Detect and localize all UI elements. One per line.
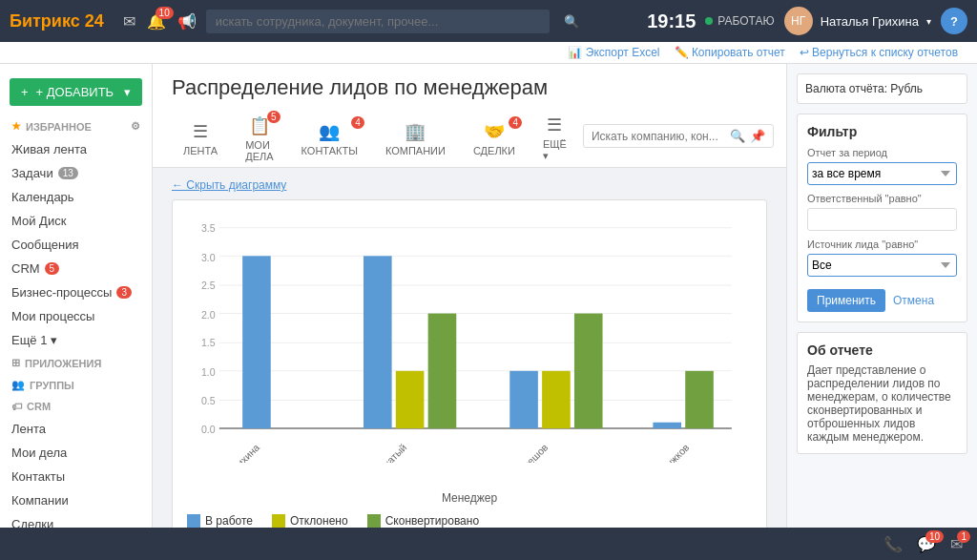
tab-deals[interactable]: 🤝 4 СДЕЛКИ — [462, 116, 527, 161]
top-header: Битрикс 24 ✉ 🔔 10 📢 🔍 19:15 РАБОТАЮ НГ Н… — [0, 0, 977, 42]
about-text: Дает представление о распределении лидов… — [807, 363, 957, 444]
bell-icon[interactable]: 📢 — [177, 12, 197, 31]
nav-search: 🔍 📌 — [583, 124, 774, 148]
pin-icon[interactable]: 📌 — [750, 129, 765, 143]
mail-icon[interactable]: ✉ 1 — [950, 535, 963, 553]
groups-label: ГРУППЫ — [30, 380, 74, 391]
header-time: 19:15 — [647, 10, 696, 32]
chart-container: 3.5 3.0 2.5 2.0 1.5 1.0 0.5 0.0 — [172, 199, 767, 543]
copy-report-label: Копировать отчет — [692, 46, 785, 59]
svg-text:1.5: 1.5 — [201, 337, 216, 348]
responsible-input[interactable] — [807, 208, 957, 231]
svg-text:Наталья Грихина: Наталья Грихина — [197, 442, 261, 463]
sidebar-item-bizproc[interactable]: Бизнес-процессы 3 — [0, 280, 152, 304]
bar-m2-converted — [428, 314, 457, 429]
main-layout: + + ДОБАВИТЬ ▾ ★ ИЗБРАННОЕ ⚙ Живая лента… — [0, 64, 977, 553]
bottom-bar: 📞 💬 10 ✉ 1 — [0, 528, 977, 553]
legend-label-converted: Сконвертировано — [385, 514, 479, 528]
more-icon: ☰ — [547, 114, 562, 135]
sidebar-item-messages[interactable]: Сообщения — [0, 233, 152, 257]
apps-section: ⊞ ПРИЛОЖЕНИЯ — [0, 352, 152, 374]
sidebar-item-more[interactable]: Ещё 1 ▾ — [0, 328, 152, 352]
deals-badge: 4 — [509, 116, 522, 129]
sidebar-item-tasks[interactable]: Задачи 13 — [0, 161, 152, 185]
source-label: Источник лида "равно" — [807, 239, 957, 250]
sidebar-item-label: Задачи — [11, 166, 53, 180]
user-info[interactable]: НГ Наталья Грихина ▾ — [784, 7, 931, 35]
logo-accent: 24 — [85, 11, 104, 31]
moidela-badge: 5 — [267, 111, 281, 123]
bar-m3-converted — [574, 314, 603, 429]
sidebar-item-label: Компании — [11, 493, 69, 508]
sidebar-item-label: Бизнес-процессы — [11, 285, 112, 300]
sidebar-item-crm-lenta[interactable]: Лента — [0, 417, 152, 441]
sidebar-item-label: Мой Диск — [11, 214, 66, 228]
sidebar-item-crm[interactable]: CRM 5 — [0, 257, 152, 280]
add-button[interactable]: + + ДОБАВИТЬ ▾ — [10, 78, 142, 106]
main-content: Распределение лидов по менеджерам ☰ ЛЕНТ… — [153, 64, 786, 553]
legend-rejected: Отклонено — [272, 514, 348, 528]
right-panel: Валюта отчёта: Рубль Фильтр Отчет за пер… — [786, 64, 977, 553]
crm-section-label: CRM — [27, 401, 51, 412]
tab-more[interactable]: ☰ ЕЩЁ ▾ — [531, 110, 578, 167]
x-axis-label: Менеджер — [187, 491, 752, 505]
bar-m3-rejected — [542, 371, 571, 428]
crm-section-icon: 🏷 — [11, 401, 22, 412]
bar-m2-inwork — [364, 256, 392, 428]
sidebar-item-lenta[interactable]: Живая лента — [0, 137, 152, 161]
filter-actions: Применить Отмена — [807, 289, 957, 312]
star-icon: ★ — [11, 120, 21, 133]
sidebar-item-calendar[interactable]: Календарь — [0, 185, 152, 209]
cancel-button[interactable]: Отмена — [893, 289, 934, 312]
nav-search-input[interactable] — [592, 130, 725, 143]
export-excel-link[interactable]: 📊 Экспорт Excel — [568, 46, 659, 59]
notifications-icon[interactable]: 🔔 10 — [147, 12, 166, 31]
legend-box-rejected — [272, 514, 285, 528]
sidebar: + + ДОБАВИТЬ ▾ ★ ИЗБРАННОЕ ⚙ Живая лента… — [0, 64, 153, 553]
sidebar-item-myproc[interactable]: Мои процессы — [0, 304, 152, 328]
tab-moidela-label: МОИ ДЕЛА — [245, 139, 273, 162]
sidebar-item-label: Ещё 1 ▾ — [11, 333, 57, 347]
global-search-input[interactable] — [206, 10, 550, 33]
phone-icon[interactable]: 📞 — [883, 535, 903, 553]
back-to-list-link[interactable]: ↩ Вернуться к списку отчетов — [800, 46, 958, 59]
tasks-badge: 13 — [58, 167, 78, 179]
contacts-badge: 4 — [351, 116, 364, 129]
period-select[interactable]: за все время — [807, 162, 957, 185]
sub-header: 📊 Экспорт Excel ✏️ Копировать отчет ↩ Ве… — [0, 42, 977, 64]
sidebar-item-crm-companies[interactable]: Компании — [0, 488, 152, 512]
tab-more-label: ЕЩЁ ▾ — [543, 138, 567, 162]
source-select[interactable]: Все — [807, 254, 957, 277]
tab-lenta[interactable]: ☰ ЛЕНТА — [172, 116, 229, 161]
search-icon[interactable]: 🔍 — [564, 14, 579, 29]
back-to-list-label: Вернуться к списку отчетов — [812, 46, 958, 59]
sidebar-item-disk[interactable]: Мой Диск — [0, 209, 152, 233]
sidebar-item-label: Календарь — [11, 190, 74, 204]
tab-contacts[interactable]: 👥 4 КОНТАКТЫ — [290, 116, 369, 161]
sidebar-item-crm-contacts[interactable]: Контакты — [0, 465, 152, 488]
logo-text: Битрикс — [10, 11, 80, 31]
svg-text:2.0: 2.0 — [201, 309, 216, 321]
sidebar-item-crm-moidela[interactable]: Мои дела — [0, 441, 152, 465]
tab-moidela[interactable]: 📋 5 МОИ ДЕЛА — [234, 111, 284, 167]
avatar: НГ — [784, 7, 813, 35]
sidebar-item-label: Лента — [11, 422, 46, 436]
hide-chart-link[interactable]: ← Скрыть диаграмму — [172, 178, 286, 192]
tab-companies[interactable]: 🏢 КОМПАНИИ — [374, 116, 457, 161]
bar-m1-inwork — [242, 256, 271, 428]
search-icon[interactable]: 🔍 — [730, 129, 745, 143]
messages-icon[interactable]: ✉ — [123, 12, 135, 31]
sidebar-item-label: CRM — [11, 261, 40, 276]
copy-icon: ✏️ — [675, 46, 689, 59]
tab-lenta-label: ЛЕНТА — [183, 145, 218, 156]
copy-report-link[interactable]: ✏️ Копировать отчет — [675, 46, 785, 59]
groups-icon: 👥 — [11, 379, 25, 391]
svg-text:3.5: 3.5 — [201, 222, 216, 234]
page-header: Распределение лидов по менеджерам ☰ ЛЕНТ… — [153, 64, 786, 168]
chat-icon[interactable]: 💬 10 — [917, 535, 936, 553]
tab-companies-label: КОМПАНИИ — [385, 145, 446, 156]
legend-label-inwork: В работе — [205, 514, 253, 528]
help-button[interactable]: ? — [941, 8, 967, 34]
apply-button[interactable]: Применить — [807, 289, 885, 312]
sidebar-item-label: Живая лента — [11, 142, 87, 156]
